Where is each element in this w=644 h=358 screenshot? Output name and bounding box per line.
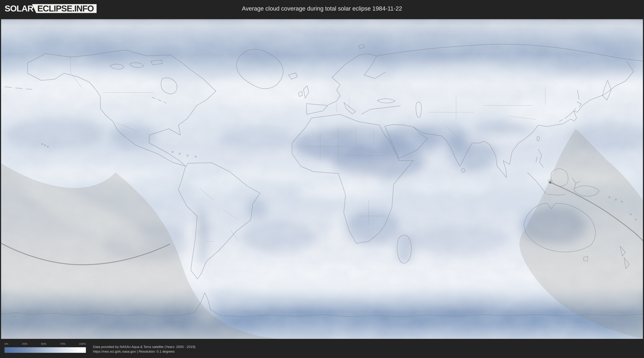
legend-tick-75: 75%: [60, 342, 65, 345]
logo-domain-badge: ECLIPSE.INFO: [32, 4, 96, 13]
attribution-url-line: https://neo.sci.gsfc.nasa.gov | Resoluti…: [93, 349, 195, 354]
site-logo[interactable]: SOLAR ECLIPSE.INFO: [5, 4, 96, 13]
legend-gradient-bar: [4, 347, 86, 353]
page-title: Average cloud coverage during total sola…: [242, 5, 402, 12]
header-bar: SOLAR ECLIPSE.INFO Average cloud coverag…: [0, 0, 644, 17]
legend-tick-100: 100%: [79, 342, 86, 345]
logo-solar-text: SOLAR: [5, 4, 34, 13]
legend-tick-labels: 0% 25% 50% 75% 100%: [4, 342, 86, 345]
attribution: Data provided by NASAs Aqua & Terra sate…: [93, 344, 195, 354]
legend-tick-50: 50%: [41, 342, 46, 345]
world-map-container: [1, 19, 643, 339]
footer-bar: 0% 25% 50% 75% 100% Data provided by NAS…: [0, 339, 644, 358]
legend-tick-0: 0%: [4, 342, 8, 345]
page: { "header": { "logo": { "prefix": "SOLAR…: [0, 0, 644, 358]
eclipse-path-start-marker: [549, 181, 552, 184]
attribution-source-line: Data provided by NASAs Aqua & Terra sate…: [93, 344, 195, 349]
cloud-coverage-map: [1, 19, 643, 339]
legend-tick-25: 25%: [22, 342, 27, 345]
